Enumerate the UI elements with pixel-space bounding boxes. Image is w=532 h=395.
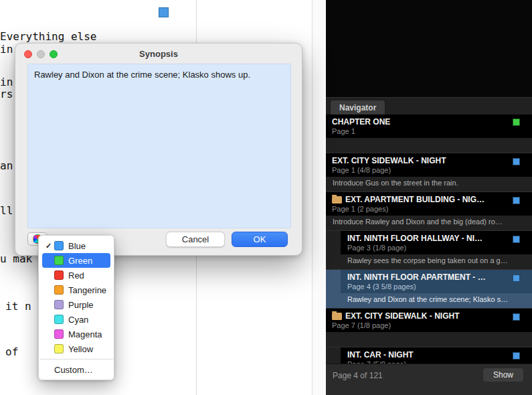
synopsis-textarea[interactable]: Rawley and Dixon at the crime scene; Kla… [27, 64, 291, 228]
page-status: Page 4 of 121 [333, 371, 383, 380]
document-text: rs [0, 88, 13, 100]
yellow-swatch-icon [54, 344, 64, 353]
navigator-item-car[interactable]: INT. CAR - NIGHT Page 7 (5/8 page) [326, 347, 532, 364]
folder-icon [332, 313, 342, 320]
show-button[interactable]: Show [482, 368, 524, 382]
tangerine-swatch-icon [54, 285, 64, 295]
scene-color-square [513, 274, 520, 282]
menu-item-label: Blue [68, 241, 86, 251]
menu-item-purple[interactable]: Purple [42, 297, 110, 312]
item-page: Page 1 (2 pages) [332, 205, 505, 214]
item-description: Introduce Gus on the street in the rain. [326, 177, 532, 191]
menu-item-tangerine[interactable]: Tangerine [42, 283, 110, 297]
navigator-list: CHAPTER ONE Page 1 EXT. CITY SIDEWALK - … [326, 114, 532, 364]
scene-color-square [513, 197, 520, 204]
menu-item-label: Tangerine [68, 285, 106, 295]
scene-marker-square[interactable] [159, 7, 169, 17]
navigator-item-city-sidewalk-2[interactable]: EXT. CITY SIDEWALK - NIGHT Page 7 (1/8 p… [326, 308, 532, 347]
item-title: EXT. CITY SIDEWALK - NIGHT [332, 156, 446, 166]
menu-item-label: Purple [68, 300, 94, 310]
synopsis-dialog: Synopsis Rawley and Dixon at the crime s… [15, 43, 302, 256]
menu-item-green[interactable]: Green [42, 253, 110, 268]
menu-item-label: Green [68, 256, 92, 266]
menu-item-label: Magenta [68, 329, 102, 339]
navigator-item-chapter-one[interactable]: CHAPTER ONE Page 1 [326, 114, 532, 153]
menu-item-label: Yellow [68, 344, 93, 354]
document-text: of [5, 345, 18, 358]
chapter-color-square [513, 118, 520, 126]
item-description: Rawley and Dixon at the crime scene; Kla… [326, 293, 532, 308]
menu-item-blue[interactable]: ✓ Blue [42, 238, 110, 253]
item-page: Page 4 (3 5/8 pages) [347, 283, 505, 291]
navigator-panel: Navigator CHAPTER ONE Page 1 EXT. CITY S… [326, 0, 532, 395]
item-page: Page 1 [332, 127, 505, 136]
item-page: Page 3 (1/8 page) [347, 244, 505, 252]
item-page: Page 1 (4/8 page) [332, 166, 505, 175]
item-description: Rawley sees the corpse being taken out o… [326, 254, 532, 269]
item-title: INT. NINTH FLOOR HALLWAY - NI… [347, 234, 482, 244]
scene-color-square [513, 236, 520, 243]
menu-item-label: Cyan [68, 315, 88, 325]
navigator-preview-area [326, 0, 532, 98]
tab-navigator[interactable]: Navigator [330, 100, 385, 114]
item-title: EXT. APARTMENT BUILDING - NIG… [345, 195, 484, 205]
checkmark-icon: ✓ [46, 242, 54, 250]
navigator-item-apartment-building[interactable]: EXT. APARTMENT BUILDING - NIG… Page 1 (2… [326, 191, 532, 230]
scene-color-square [513, 158, 520, 165]
cyan-swatch-icon [54, 315, 64, 324]
menu-separator [39, 359, 113, 360]
scene-color-square [513, 313, 520, 321]
menu-item-label: Custom… [54, 365, 93, 375]
item-title: CHAPTER ONE [332, 117, 390, 127]
magenta-swatch-icon [54, 329, 64, 339]
document-text: an [0, 159, 13, 172]
app-window: Everything else in in rs an ll u mak it … [0, 0, 532, 395]
menu-item-yellow[interactable]: Yellow [42, 341, 110, 356]
purple-swatch-icon [54, 300, 64, 309]
document-text: in [0, 43, 13, 56]
document-text: it n [5, 300, 31, 313]
document-text: in [0, 76, 13, 88]
blue-swatch-icon [54, 241, 64, 250]
document-scrollbar[interactable] [312, 0, 326, 395]
scene-color-square [513, 352, 520, 360]
folder-icon [332, 196, 342, 204]
item-description [326, 332, 532, 347]
navigator-item-city-sidewalk-1[interactable]: EXT. CITY SIDEWALK - NIGHT Page 1 (4/8 p… [326, 153, 532, 191]
item-description: Introduce Rawley and Dixon and the big (… [326, 216, 532, 230]
menu-item-cyan[interactable]: Cyan [42, 312, 110, 327]
ok-button[interactable]: OK [232, 232, 288, 247]
document-text: ll [0, 204, 13, 217]
menu-item-label: Red [68, 270, 84, 281]
item-page: Page 7 (1/8 page) [332, 321, 505, 330]
navigator-item-ninth-floor-apartment[interactable]: INT. NINTH FLOOR APARTMENT - … Page 4 (3… [326, 269, 532, 308]
red-swatch-icon [54, 270, 64, 280]
cancel-button[interactable]: Cancel [166, 232, 225, 247]
item-title: EXT. CITY SIDEWALK - NIGHT [345, 311, 459, 321]
dialog-title: Synopsis [15, 49, 302, 59]
navigator-bottom-bar: Page 4 of 121 Show [326, 364, 532, 395]
navigator-item-ninth-floor-hallway[interactable]: INT. NINTH FLOOR HALLWAY - NI… Page 3 (1… [326, 230, 532, 269]
item-title: INT. NINTH FLOOR APARTMENT - … [347, 272, 486, 283]
menu-item-magenta[interactable]: Magenta [42, 327, 110, 341]
item-description [326, 138, 532, 153]
green-swatch-icon [54, 256, 64, 265]
document-text: Everything else [0, 30, 97, 43]
menu-item-custom[interactable]: Custom… [42, 362, 110, 377]
item-title: INT. CAR - NIGHT [347, 350, 414, 360]
color-popup-menu: ✓ Blue Green Red Tangerine Purple Cya [38, 235, 114, 380]
menu-item-red[interactable]: Red [42, 268, 110, 283]
